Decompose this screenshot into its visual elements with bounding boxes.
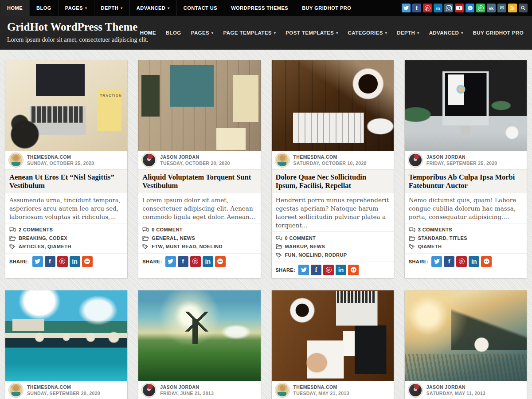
post-image-tent-mountain-sunrise[interactable] <box>405 290 527 381</box>
linkedin-share-button[interactable]: in <box>203 256 213 267</box>
avatar[interactable] <box>275 383 289 397</box>
comments-count-link[interactable]: 0 COMMENT <box>285 235 316 241</box>
tags-icon <box>142 244 149 249</box>
facebook-share-button[interactable]: f <box>311 265 321 275</box>
twitter-share-button[interactable] <box>165 256 176 267</box>
header-item-buy-gridhot-pro[interactable]: BUY GRIDHOT PRO <box>468 30 528 35</box>
email-icon[interactable]: ✉ <box>497 4 506 12</box>
reddit-share-button[interactable] <box>481 256 492 267</box>
facebook-icon[interactable]: f <box>412 4 421 12</box>
reddit-share-button[interactable] <box>348 265 359 275</box>
post-image-windmill-green-field[interactable] <box>138 290 260 381</box>
topbar-item-pages[interactable]: PAGES▾ <box>59 0 94 16</box>
facebook-glyph: f <box>416 5 418 12</box>
topbar-item-blog[interactable]: BLOG <box>30 0 59 16</box>
rss-icon[interactable] <box>508 4 517 12</box>
linkedin-icon[interactable]: in <box>434 4 442 12</box>
post-card: THEMESDNA.COM SUNDAY, SEPTEMBER 20, 2020… <box>5 290 127 399</box>
linkedin-share-button[interactable]: in <box>336 265 346 275</box>
avatar[interactable] <box>9 383 23 397</box>
post-image-keyboard-coffee-beans[interactable] <box>272 60 394 151</box>
post-title-link[interactable]: Aliquid Voluptatem Torquent Sunt Vestibu… <box>138 169 260 193</box>
pinterest-share-button[interactable]: p <box>57 256 68 267</box>
reddit-share-button[interactable] <box>215 256 226 267</box>
avatar[interactable] <box>275 153 289 167</box>
post-info: 0 COMMENT MARKUP, NEWS FUN, NOELIND, ROD… <box>272 231 394 262</box>
post-title-link[interactable]: Temporibus Ab Culpa Ipsa Morbi Fatebuntu… <box>405 169 527 193</box>
post-categories-links[interactable]: MARKUP, NEWS <box>285 244 325 249</box>
pinterest-icon[interactable]: p <box>423 4 432 12</box>
header-item-blog[interactable]: BLOG <box>161 30 186 35</box>
post-image-resort-pool-umbrellas[interactable] <box>5 290 127 381</box>
post-title-link[interactable]: Dolore Quae Nec Sollicitudin Ipsum, Faci… <box>272 169 394 193</box>
comments-count-link[interactable]: 3 COMMENTS <box>418 227 452 232</box>
youtube-icon[interactable] <box>455 4 464 12</box>
avatar[interactable] <box>408 383 422 397</box>
post-image-writing-desk-coffee[interactable] <box>272 290 394 381</box>
twitter-share-button[interactable] <box>32 256 43 267</box>
chevron-down-icon: ▾ <box>211 31 213 35</box>
post-author-link[interactable]: JASON JORDAN <box>426 154 497 160</box>
post-image-imac-desk-plants[interactable] <box>405 60 527 151</box>
twitter-share-button[interactable] <box>298 265 309 275</box>
post-categories-links[interactable]: STANDARD, TITLES <box>418 235 467 241</box>
post-author-link[interactable]: THEMESDNA.COM <box>293 384 349 390</box>
vk-icon[interactable]: vk <box>487 4 496 12</box>
post-author-link[interactable]: JASON JORDAN <box>160 154 230 160</box>
comments-icon <box>276 236 282 241</box>
post-tags-links[interactable]: QIAMETH <box>418 244 442 249</box>
post-tags-links[interactable]: ARTICLES, QIAMETH <box>19 244 71 249</box>
avatar[interactable] <box>142 153 156 167</box>
header-item-depth[interactable]: DEPTH▾ <box>392 30 424 35</box>
header-item-home[interactable]: HOME <box>135 30 161 35</box>
post-author-link[interactable]: THEMESDNA.COM <box>27 384 100 390</box>
header-item-categories[interactable]: CATEGORIES▾ <box>343 30 392 35</box>
avatar[interactable] <box>142 383 156 397</box>
topbar-item-contact-us[interactable]: CONTACT US <box>177 0 224 16</box>
facebook-share-button[interactable]: f <box>444 256 454 267</box>
comments-count-link[interactable]: 2 COMMENTS <box>19 227 53 232</box>
header-item-advanced[interactable]: ADVANCED▾ <box>424 30 468 35</box>
post-image-vintage-typewriter-wood[interactable] <box>138 60 260 151</box>
post-author-link[interactable]: THEMESDNA.COM <box>293 154 367 160</box>
linkedin-share-button[interactable]: in <box>469 256 479 267</box>
linkedin-share-button[interactable]: in <box>70 256 80 267</box>
topbar-item-home[interactable]: HOME <box>0 0 30 16</box>
post-author-link[interactable]: JASON JORDAN <box>426 384 485 390</box>
twitter-icon[interactable] <box>402 4 411 12</box>
reddit-share-button[interactable] <box>82 256 93 267</box>
post-image-laptop-headphones-desk[interactable]: TRACTION <box>5 60 127 151</box>
search-icon[interactable] <box>519 4 528 12</box>
topbar-item-depth[interactable]: DEPTH▾ <box>94 0 130 16</box>
avatar[interactable] <box>408 153 422 167</box>
post-title-link[interactable]: Aenean Ut Eros Et “Nisl Sagittis” Vestib… <box>5 169 127 193</box>
comments-count-link[interactable]: 0 COMMENT <box>152 227 183 232</box>
instagram-icon[interactable] <box>444 4 453 12</box>
menu-item-label: DEPTH <box>397 30 415 35</box>
post-tags-links[interactable]: FTW, MUST READ, NOELIND <box>152 244 223 249</box>
post-categories-links[interactable]: BREAKING, CODEX <box>19 235 67 241</box>
post-author-link[interactable]: THEMESDNA.COM <box>27 154 94 160</box>
facebook-share-button[interactable]: f <box>178 256 188 267</box>
pinterest-glyph: p <box>459 258 465 264</box>
avatar[interactable] <box>9 153 23 167</box>
post-tags-links[interactable]: FUN, NOELIND, RODRUP <box>285 252 347 258</box>
pinterest-share-button[interactable]: p <box>456 256 467 267</box>
post-categories-links[interactable]: GENERAL, NEWS <box>152 235 195 241</box>
topbar-item-advanced[interactable]: ADVANCED▾ <box>130 0 177 16</box>
post-author-link[interactable]: JASON JORDAN <box>160 384 214 390</box>
linkedin-glyph: in <box>205 258 211 265</box>
whatsapp-icon[interactable]: ✆ <box>476 4 485 12</box>
pinterest-share-button[interactable]: p <box>323 265 334 275</box>
pinterest-share-button[interactable]: p <box>190 256 201 267</box>
post-info: 2 COMMENTS BREAKING, CODEX ARTICLES, QIA… <box>5 223 127 253</box>
twitter-share-button[interactable] <box>431 256 442 267</box>
header-item-page-templates[interactable]: PAGE TEMPLATES▾ <box>219 30 281 35</box>
menu-item-label: DEPTH <box>101 5 119 11</box>
topbar-item-wordpress-themes[interactable]: WORDPRESS THEMES <box>224 0 295 16</box>
header-item-pages[interactable]: PAGES▾ <box>186 30 219 35</box>
header-item-post-templates[interactable]: POST TEMPLATES▾ <box>281 30 343 35</box>
facebook-share-button[interactable]: f <box>45 256 55 267</box>
messenger-icon[interactable] <box>466 4 474 12</box>
topbar-item-buy-gridhot-pro[interactable]: BUY GRIDHOT PRO <box>295 0 358 16</box>
